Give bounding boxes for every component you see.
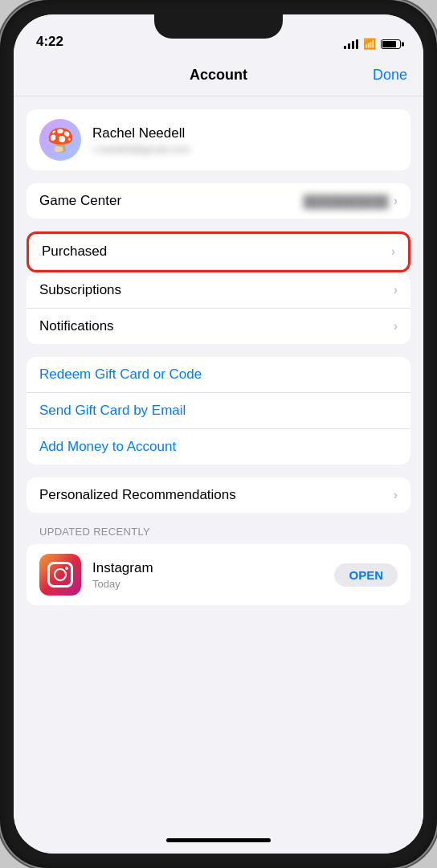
send-gift-row[interactable]: Send Gift Card by Email [27, 393, 410, 429]
game-center-section: Game Center ██████████ › [27, 183, 410, 219]
purchased-row[interactable]: Purchased › [29, 234, 408, 270]
profile-section: 🍄 Rachel Needell r.needell@gmail.com [27, 109, 410, 170]
signal-icon [344, 39, 358, 49]
personalized-row[interactable]: Personalized Recommendations › [27, 477, 410, 513]
done-button[interactable]: Done [373, 67, 407, 84]
redeem-row[interactable]: Redeem Gift Card or Code [27, 357, 410, 393]
account-section-wrapper: Purchased › Subscriptions › Notification… [27, 231, 410, 344]
notifications-row[interactable]: Notifications › [27, 309, 410, 344]
personalized-label: Personalized Recommendations [39, 487, 394, 503]
subscriptions-row[interactable]: Subscriptions › [27, 272, 410, 309]
personalized-chevron-icon: › [394, 488, 398, 502]
status-icons: 📶 [344, 38, 401, 50]
purchased-highlighted: Purchased › [27, 231, 410, 272]
app-name: Instagram [92, 560, 334, 576]
instagram-logo [47, 562, 73, 588]
profile-name: Rachel Needell [92, 125, 398, 141]
page-title: Account [190, 67, 247, 84]
notifications-chevron-icon: › [394, 319, 398, 334]
notch [154, 14, 283, 39]
add-money-label: Add Money to Account [39, 439, 398, 455]
personalized-section: Personalized Recommendations › [27, 477, 410, 513]
home-indicator [14, 826, 423, 854]
home-bar [166, 838, 271, 842]
instagram-section: Instagram Today OPEN [27, 544, 410, 605]
game-center-row[interactable]: Game Center ██████████ › [27, 183, 410, 219]
scroll-content: 🍄 Rachel Needell r.needell@gmail.com Gam… [14, 96, 423, 826]
purchased-label: Purchased [42, 244, 391, 260]
instagram-icon [39, 554, 81, 596]
instagram-row[interactable]: Instagram Today OPEN [27, 544, 410, 605]
subscriptions-chevron-icon: › [394, 283, 398, 297]
game-center-chevron-icon: › [394, 194, 398, 208]
game-center-label: Game Center [39, 193, 303, 209]
app-info: Instagram Today [92, 560, 334, 590]
profile-row[interactable]: 🍄 Rachel Needell r.needell@gmail.com [27, 109, 410, 170]
status-time: 4:22 [36, 34, 63, 50]
phone-frame: 4:22 📶 Account Done [0, 0, 437, 868]
sub-notif-section: Subscriptions › Notifications › [27, 272, 410, 344]
add-money-row[interactable]: Add Money to Account [27, 429, 410, 465]
avatar-emoji: 🍄 [47, 127, 75, 154]
wifi-icon: 📶 [363, 38, 376, 50]
battery-icon [381, 39, 401, 49]
open-button[interactable]: OPEN [334, 563, 398, 587]
gift-section: Redeem Gift Card or Code Send Gift Card … [27, 357, 410, 465]
phone-screen: 4:22 📶 Account Done [14, 14, 423, 854]
nav-bar: Account Done [14, 55, 423, 96]
purchased-chevron-icon: › [391, 244, 395, 259]
game-center-value: ██████████ [303, 194, 388, 208]
avatar: 🍄 [39, 119, 81, 161]
send-gift-label: Send Gift Card by Email [39, 403, 398, 419]
notifications-label: Notifications [39, 318, 394, 334]
profile-info: Rachel Needell r.needell@gmail.com [92, 125, 398, 155]
app-date: Today [92, 578, 334, 590]
subscriptions-label: Subscriptions [39, 282, 394, 298]
profile-email: r.needell@gmail.com [92, 143, 398, 155]
updated-recently-header: Updated Recently [39, 526, 398, 538]
redeem-label: Redeem Gift Card or Code [39, 366, 398, 383]
